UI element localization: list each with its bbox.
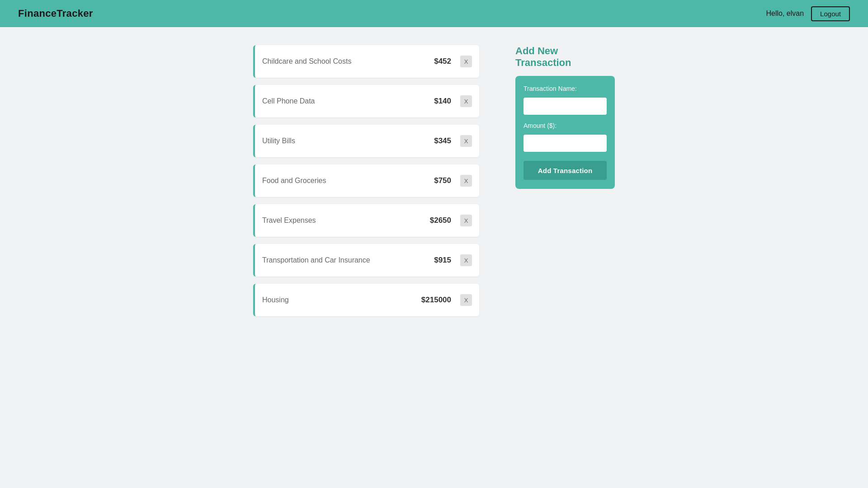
transaction-list: Childcare and School Costs$452XCell Phon… xyxy=(253,45,479,316)
delete-transaction-button[interactable]: X xyxy=(460,215,472,226)
transaction-amount: $215000 xyxy=(421,296,451,305)
transaction-item: Travel Expenses$2650X xyxy=(253,204,479,237)
transaction-name: Housing xyxy=(262,296,289,304)
transaction-item: Utility Bills$345X xyxy=(253,125,479,157)
delete-transaction-button[interactable]: X xyxy=(460,56,472,67)
logout-button[interactable]: Logout xyxy=(811,6,850,21)
app-title: FinanceTracker xyxy=(18,8,93,19)
transaction-name: Childcare and School Costs xyxy=(262,57,351,66)
transaction-amount: $345 xyxy=(434,136,451,145)
transaction-info: Food and Groceries$750 xyxy=(255,169,457,192)
amount-input[interactable] xyxy=(524,135,607,152)
transaction-item: Food and Groceries$750X xyxy=(253,164,479,197)
transaction-info: Childcare and School Costs$452 xyxy=(255,50,457,73)
transaction-item: Transportation and Car Insurance$915X xyxy=(253,244,479,277)
main-content: Childcare and School Costs$452XCell Phon… xyxy=(0,27,868,334)
delete-transaction-button[interactable]: X xyxy=(460,95,472,107)
transaction-name-input[interactable] xyxy=(524,98,607,115)
transaction-name: Utility Bills xyxy=(262,137,295,145)
transaction-amount: $452 xyxy=(434,57,451,66)
transaction-info: Travel Expenses$2650 xyxy=(255,209,457,232)
delete-transaction-button[interactable]: X xyxy=(460,135,472,147)
add-transaction-panel: Add New Transaction Transaction Name: Am… xyxy=(515,45,615,316)
transaction-amount: $140 xyxy=(434,97,451,106)
transaction-info: Transportation and Car Insurance$915 xyxy=(255,249,457,272)
user-greeting: Hello, elvan xyxy=(766,9,804,18)
add-transaction-title: Add New Transaction xyxy=(515,45,615,69)
header-right: Hello, elvan Logout xyxy=(766,6,850,21)
add-transaction-form: Transaction Name: Amount ($): Add Transa… xyxy=(515,76,615,189)
transaction-amount: $915 xyxy=(434,256,451,265)
delete-transaction-button[interactable]: X xyxy=(460,294,472,306)
delete-transaction-button[interactable]: X xyxy=(460,175,472,187)
delete-transaction-button[interactable]: X xyxy=(460,254,472,266)
app-header: FinanceTracker Hello, elvan Logout xyxy=(0,0,868,27)
transaction-info: Utility Bills$345 xyxy=(255,129,457,153)
transaction-amount: $2650 xyxy=(430,216,451,225)
transaction-info: Cell Phone Data$140 xyxy=(255,89,457,113)
transaction-item: Childcare and School Costs$452X xyxy=(253,45,479,78)
amount-label: Amount ($): xyxy=(524,122,607,129)
add-transaction-button[interactable]: Add Transaction xyxy=(524,161,607,180)
transaction-name: Transportation and Car Insurance xyxy=(262,256,370,264)
transaction-name: Food and Groceries xyxy=(262,177,326,185)
transaction-amount: $750 xyxy=(434,176,451,185)
transaction-info: Housing$215000 xyxy=(255,288,457,312)
transaction-item: Cell Phone Data$140X xyxy=(253,85,479,117)
transaction-name: Travel Expenses xyxy=(262,216,316,225)
transaction-name-label: Transaction Name: xyxy=(524,85,607,92)
transaction-name: Cell Phone Data xyxy=(262,97,315,105)
transaction-item: Housing$215000X xyxy=(253,284,479,316)
